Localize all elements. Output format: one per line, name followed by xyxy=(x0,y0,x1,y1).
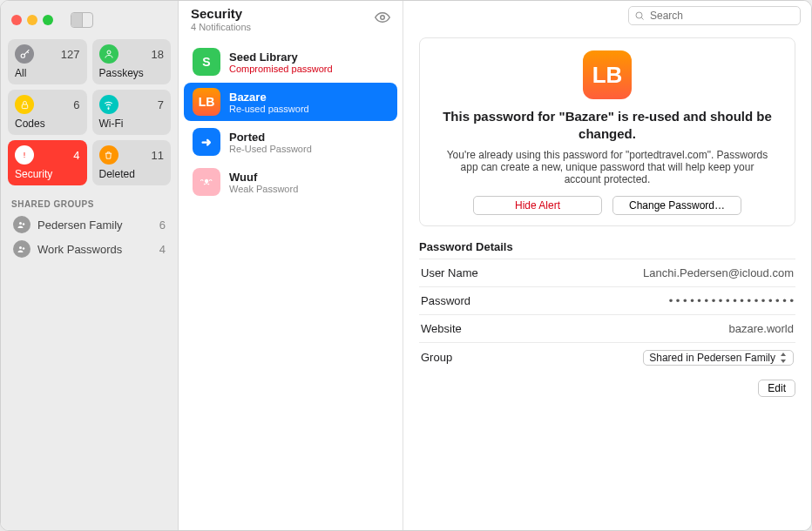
search-icon xyxy=(634,10,645,21)
username-label: User Name xyxy=(421,266,478,279)
sidebar-toggle-button[interactable] xyxy=(71,12,93,28)
row-username[interactable]: User Name Lanchi.Pedersen@icloud.com xyxy=(419,259,795,286)
password-details-header: Password Details xyxy=(419,240,795,253)
shared-group-work-passwords[interactable]: Work Passwords4 xyxy=(8,237,171,261)
category-count: 18 xyxy=(152,48,164,61)
svg-point-8 xyxy=(23,223,25,225)
person-icon xyxy=(99,44,118,64)
list-item-seed-library[interactable]: SSeed LibraryCompromised password xyxy=(184,43,397,81)
alert-icon xyxy=(15,145,34,165)
category-label: Codes xyxy=(15,118,80,130)
lock-icon xyxy=(15,95,34,114)
change-password-button[interactable]: Change Password… xyxy=(612,196,741,215)
details-table: User Name Lanchi.Pedersen@icloud.com Pas… xyxy=(419,259,795,373)
search-field[interactable] xyxy=(650,10,795,22)
item-name: Ported xyxy=(229,131,312,144)
shared-group-count: 4 xyxy=(159,243,166,256)
item-status: Re-used password xyxy=(229,104,309,114)
site-icon: ᵔᴥᵔ xyxy=(193,168,220,196)
category-count: 6 xyxy=(73,98,79,111)
website-label: Website xyxy=(421,322,462,335)
username-value: Lanchi.Pedersen@icloud.com xyxy=(643,266,794,279)
list-subtitle: 4 Notifications xyxy=(191,22,251,32)
alert-title: This password for "Bazare" is re-used an… xyxy=(432,108,782,144)
group-label: Group xyxy=(421,351,452,364)
minimize-icon[interactable] xyxy=(27,15,37,25)
svg-point-10 xyxy=(23,247,25,250)
site-icon: S xyxy=(193,48,220,76)
sidebar-category-security[interactable]: 4Security xyxy=(8,140,87,185)
row-group[interactable]: Group Shared in Pedersen Family xyxy=(419,342,795,373)
titlebar xyxy=(8,8,171,32)
notification-list: Security 4 Notifications SSeed LibraryCo… xyxy=(179,1,403,530)
row-password[interactable]: Password • • • • • • • • • • • • • • • •… xyxy=(419,286,795,314)
item-name: Wuuf xyxy=(229,171,298,184)
list-item-wuuf[interactable]: ᵔᴥᵔWuufWeak Password xyxy=(184,163,397,201)
category-label: All xyxy=(15,67,80,79)
sidebar-category-codes[interactable]: 6Codes xyxy=(8,90,87,135)
website-value: bazare.world xyxy=(729,322,794,335)
detail-pane: LB This password for "Bazare" is re-used… xyxy=(403,1,811,530)
item-name: Bazare xyxy=(229,91,309,104)
category-count: 11 xyxy=(152,149,164,162)
category-label: Wi-Fi xyxy=(99,118,165,130)
svg-rect-5 xyxy=(24,152,25,156)
hide-alert-button[interactable]: Hide Alert xyxy=(473,196,602,215)
wifi-icon xyxy=(99,95,118,114)
list-item-bazare[interactable]: LBBazareRe-used password xyxy=(184,83,397,121)
svg-point-7 xyxy=(19,222,22,225)
group-selector[interactable]: Shared in Pedersen Family xyxy=(643,350,794,366)
sidebar-category-deleted[interactable]: 11Deleted xyxy=(92,140,172,185)
key-icon xyxy=(15,44,34,64)
shared-groups-header: SHARED GROUPS xyxy=(11,199,167,209)
item-name: Seed Library xyxy=(229,50,333,64)
svg-line-13 xyxy=(641,17,643,19)
category-label: Deleted xyxy=(99,168,165,180)
group-icon xyxy=(13,240,30,258)
svg-point-9 xyxy=(19,246,22,249)
shared-group-label: Work Passwords xyxy=(37,243,122,256)
search-input[interactable] xyxy=(628,6,801,25)
shared-group-label: Pedersen Family xyxy=(37,218,123,232)
zoom-icon[interactable] xyxy=(43,15,53,25)
chevron-updown-icon xyxy=(779,353,788,363)
category-count: 127 xyxy=(61,48,80,61)
svg-point-3 xyxy=(108,108,109,109)
shared-group-count: 6 xyxy=(159,218,166,232)
alert-message: You're already using this password for "… xyxy=(432,149,782,185)
group-icon xyxy=(13,216,30,233)
category-count: 4 xyxy=(73,149,79,162)
category-count: 7 xyxy=(158,98,164,111)
password-value: • • • • • • • • • • • • • • • • • • xyxy=(669,294,794,307)
sidebar-category-wi-fi[interactable]: 7Wi-Fi xyxy=(92,90,172,135)
item-status: Weak Password xyxy=(229,184,298,194)
alert-card: LB This password for "Bazare" is re-used… xyxy=(419,37,795,226)
item-status: Compromised password xyxy=(229,64,333,74)
visibility-icon[interactable] xyxy=(375,6,390,25)
app-window: 127All18Passkeys6Codes7Wi-Fi4Security11D… xyxy=(0,0,812,531)
password-label: Password xyxy=(421,294,470,307)
row-website[interactable]: Website bazare.world xyxy=(419,314,795,342)
sidebar-category-all[interactable]: 127All xyxy=(8,39,87,84)
list-item-ported[interactable]: ➜PortedRe-Used Password xyxy=(184,123,397,161)
app-icon: LB xyxy=(583,50,632,99)
close-icon[interactable] xyxy=(11,15,22,25)
sidebar: 127All18Passkeys6Codes7Wi-Fi4Security11D… xyxy=(1,1,179,530)
category-label: Passkeys xyxy=(99,67,165,79)
site-icon: ➜ xyxy=(193,128,220,156)
shared-group-pedersen-family[interactable]: Pedersen Family6 xyxy=(8,212,171,237)
svg-point-11 xyxy=(381,16,385,20)
category-grid: 127All18Passkeys6Codes7Wi-Fi4Security11D… xyxy=(8,39,171,185)
svg-point-12 xyxy=(636,12,642,18)
svg-rect-6 xyxy=(24,157,25,158)
item-status: Re-Used Password xyxy=(229,144,312,154)
category-label: Security xyxy=(15,168,80,180)
edit-button[interactable]: Edit xyxy=(758,380,795,397)
trash-icon xyxy=(99,145,118,165)
svg-rect-2 xyxy=(22,104,27,109)
site-icon: LB xyxy=(193,88,220,116)
svg-point-1 xyxy=(107,50,111,54)
sidebar-category-passkeys[interactable]: 18Passkeys xyxy=(92,39,172,84)
list-title: Security xyxy=(191,6,251,21)
